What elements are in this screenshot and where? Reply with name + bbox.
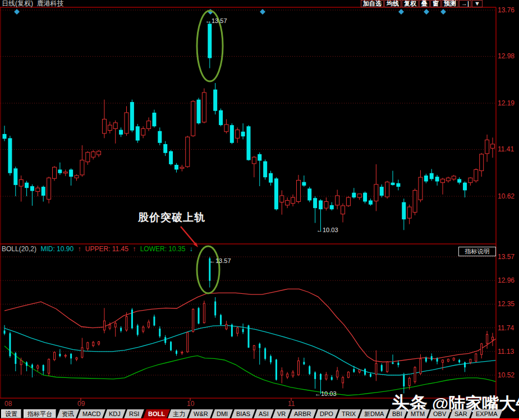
tdx-app-window: 日线(复权) 鹿港科技 加自选均线复权叠窗预测→|▼ BOLL(20,2) MI… (0, 0, 519, 420)
candle (346, 196, 350, 207)
header-button[interactable]: 预测 (442, 0, 458, 7)
candle (413, 188, 417, 215)
y-axis-label: 10.52 (498, 371, 515, 379)
candle (492, 333, 493, 347)
candle (70, 353, 72, 364)
candle (314, 371, 316, 389)
candle (30, 184, 34, 206)
x-axis-label: 09 (77, 400, 85, 408)
header-button[interactable]: 叠 (419, 0, 430, 7)
candle (270, 354, 272, 364)
candle (359, 370, 360, 373)
y-axis-label: 12.19 (498, 99, 515, 107)
candle (485, 135, 489, 162)
indicator-tab-DMI[interactable]: DMI (212, 409, 233, 418)
candle (286, 197, 290, 208)
indicator-tab-ARBR[interactable]: ARBR (289, 409, 316, 418)
candle (43, 364, 44, 375)
candle (370, 373, 371, 377)
y-axis-label: 13.76 (498, 6, 515, 14)
candle (86, 151, 90, 165)
tabbar-button[interactable]: 设置 (1, 409, 21, 418)
candle (31, 363, 33, 377)
diamond-marker-icon (260, 9, 265, 15)
indicator-tab-MACD[interactable]: MACD (77, 409, 105, 418)
candle (26, 361, 27, 371)
candle (274, 177, 278, 210)
candle (13, 167, 17, 196)
candle (48, 358, 50, 376)
indicator-tab-W&R[interactable]: W&R (189, 409, 213, 418)
candle (75, 174, 79, 181)
candle (76, 357, 77, 361)
indicator-tab-ASI[interactable]: ASI (254, 409, 274, 418)
indicator-tab-资讯[interactable]: 资讯 (57, 409, 79, 418)
candle (231, 324, 233, 337)
indicator-tab-VR[interactable]: VR (272, 409, 291, 418)
candle (163, 141, 167, 156)
indicator-tab-主力[interactable]: 主力 (168, 409, 191, 418)
header-button[interactable]: 窗 (430, 0, 441, 7)
tabbar-button[interactable]: 指标平台 (24, 409, 56, 418)
indicator-tab-BIAS[interactable]: BIAS (231, 409, 255, 418)
candle (342, 376, 344, 388)
candle (424, 174, 428, 183)
next-page-icon[interactable]: →| (459, 0, 471, 7)
indicator-tab-RSI[interactable]: RSI (124, 409, 144, 418)
boll-band-lower (4, 346, 496, 395)
candle (125, 106, 128, 136)
candle (152, 110, 156, 128)
indicator-tab-OBV[interactable]: OBV (428, 409, 451, 418)
indicator-tab-MTM[interactable]: MTM (406, 409, 430, 418)
header-toolbar: 加自选均线复权叠窗预测→|▼ (360, 0, 483, 7)
price-axis: 13.7612.9812.1911.4110.6213.5712.9612.35… (497, 0, 519, 420)
indicator-name: BOLL(20,2) (2, 245, 36, 253)
candle (259, 343, 260, 364)
candle (291, 195, 295, 206)
candle (37, 364, 39, 371)
candle (59, 349, 61, 358)
indicator-help-button[interactable]: 指标说明 (458, 247, 496, 256)
indicator-tab-BOLL[interactable]: BOLL (143, 409, 170, 418)
candle (292, 370, 294, 378)
candle (15, 352, 16, 371)
y-axis-label: 13.57 (498, 253, 515, 261)
boll-lower-value: LOWER: 10.35 (140, 245, 186, 253)
indicator-tab-SAR[interactable]: SAR (449, 409, 472, 418)
tabbar-tabs: 资讯MACDKDJRSIBOLL主力W&RDMIBIASASIVRARBRDPO… (58, 409, 502, 418)
candle (303, 358, 305, 365)
header-button[interactable]: 均线 (384, 0, 401, 7)
main-pane (1, 10, 495, 231)
candle (52, 166, 56, 181)
candle (336, 190, 339, 209)
x-axis-label: 10 (187, 400, 194, 408)
candle (464, 362, 466, 372)
upper-up-arrow-icon: ↑ (132, 245, 136, 253)
indicator-tab-TRIX[interactable]: TRIX (337, 409, 361, 418)
candle (264, 347, 266, 361)
header-button[interactable]: 加自选 (361, 0, 384, 7)
candle (65, 354, 66, 358)
indicator-tab-新DMA[interactable]: 新DMA (359, 409, 389, 418)
candle (331, 375, 333, 381)
header-button[interactable]: 复权 (402, 0, 419, 7)
y-axis-label: 12.96 (498, 276, 515, 284)
diamond-marker-icon (424, 9, 429, 15)
candle (136, 124, 140, 143)
candle (252, 156, 256, 177)
candle (397, 361, 399, 367)
y-axis-label: 11.74 (498, 324, 514, 332)
candle (158, 127, 162, 145)
indicator-tab-EXPMA[interactable]: EXPMA (471, 409, 502, 418)
indicator-tab-BBI[interactable]: BBI (387, 409, 407, 418)
candle (364, 368, 366, 376)
candle (230, 123, 234, 144)
dropdown-arrow-icon[interactable]: ▼ (472, 0, 483, 7)
indicator-tab-DPO[interactable]: DPO (315, 409, 338, 418)
candle (297, 357, 299, 376)
y-axis-label: 12.35 (498, 300, 515, 308)
indicator-tab-KDJ[interactable]: KDJ (104, 409, 126, 418)
candle (143, 325, 144, 333)
candle (313, 196, 317, 223)
candle (463, 182, 467, 198)
